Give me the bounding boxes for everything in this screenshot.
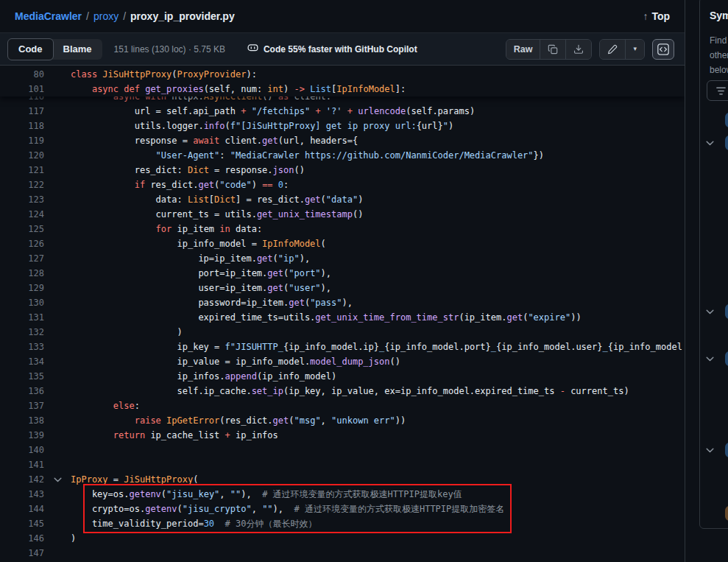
download-raw-button[interactable] (565, 40, 591, 59)
code-line: 80class JiSuHttpProxy(ProxyProvider): (0, 67, 685, 82)
code-text: for ip_item in data: (71, 222, 262, 236)
line-number[interactable]: 146 (0, 533, 44, 544)
symbols-panel-heading: Symbols (710, 10, 728, 21)
code-blame-switch: Code Blame (8, 39, 102, 60)
line-number[interactable]: 132 (0, 327, 44, 337)
file-toolbar: Code Blame 151 lines (130 loc) · 5.75 KB… (0, 32, 685, 66)
line-number[interactable]: 129 (0, 283, 44, 293)
symbol-badge (725, 304, 728, 319)
tab-blame[interactable]: Blame (53, 39, 102, 60)
line-number[interactable]: 144 (0, 504, 44, 514)
line-number[interactable]: 128 (0, 268, 44, 278)
line-number[interactable]: 135 (0, 371, 44, 382)
symbol-tree-item[interactable] (700, 136, 728, 150)
copilot-banner[interactable]: Code 55% faster with GitHub Copilot (247, 42, 417, 56)
collapse-chevron-icon[interactable] (44, 477, 71, 482)
symbol-tree-item[interactable] (700, 506, 728, 521)
chevron-down-icon[interactable] (706, 356, 715, 362)
code-text: ) (71, 325, 183, 340)
line-number[interactable]: 127 (0, 253, 44, 264)
code-line: 101 async def get_proxies(self, num: int… (0, 82, 685, 96)
line-number[interactable]: 137 (0, 401, 44, 411)
code-line: 126 ip_info_model = IpInfoModel( (0, 236, 685, 251)
code-line: 120 "User-Agent": "MediaCrawler https://… (0, 148, 685, 163)
symbols-filter-input[interactable] (707, 80, 728, 101)
code-line: 127 ip=ip_item.get("ip"), (0, 251, 685, 266)
symbol-tree-item[interactable] (700, 351, 728, 366)
symbols-panel-toggle-button[interactable] (652, 39, 674, 60)
raw-button[interactable]: Raw (506, 40, 540, 59)
code-line: 142IpProxy = JiSuHttpProxy( (0, 472, 685, 487)
edit-button-group: ▾ (599, 39, 645, 60)
code-line: 119 response = await client.get(url, hea… (0, 133, 685, 148)
line-number[interactable]: 134 (0, 356, 44, 367)
code-text: "User-Agent": "MediaCrawler https://gith… (71, 148, 544, 163)
symbol-badge (725, 351, 728, 366)
symbols-description-line: Find (710, 33, 728, 48)
symbol-tree-item[interactable] (700, 113, 728, 127)
filter-lines-icon (716, 87, 726, 95)
breadcrumb-folder-link[interactable]: proxy (93, 10, 119, 22)
symbols-panel-description: Findotherbelow (710, 33, 728, 77)
line-number[interactable]: 80 (0, 69, 44, 80)
line-number[interactable]: 139 (0, 430, 44, 440)
chevron-down-icon[interactable] (706, 309, 715, 315)
edit-file-button[interactable] (600, 40, 625, 59)
code-symbols-icon (657, 43, 669, 55)
file-meta-text: 151 lines (130 loc) · 5.75 KB (114, 44, 225, 55)
line-number[interactable]: 125 (0, 224, 44, 234)
copy-icon (548, 44, 558, 55)
line-number[interactable]: 140 (0, 445, 44, 455)
chevron-down-icon[interactable] (706, 141, 715, 146)
line-number[interactable]: 145 (0, 519, 44, 529)
line-number[interactable]: 142 (0, 474, 44, 485)
edit-dropdown-button[interactable]: ▾ (625, 40, 644, 59)
line-number[interactable]: 123 (0, 194, 44, 205)
code-text: key=os.getenv("jisu_key", ""), # 通过环境变量的… (71, 487, 462, 502)
code-text: ) (71, 531, 76, 546)
line-number[interactable]: 133 (0, 342, 44, 352)
code-line: 132 ) (0, 325, 685, 340)
code-line: 133 ip_key = f"JISUHTTP_{ip_info_model.i… (0, 340, 685, 354)
line-number[interactable]: 101 (0, 84, 44, 94)
line-number[interactable]: 117 (0, 106, 44, 116)
symbol-tree-item[interactable] (700, 304, 728, 319)
symbol-badge (725, 113, 728, 127)
code-text: url = self.api_path + "/fetchips" + '?' … (71, 104, 475, 119)
code-text: ip_key = f"JISUHTTP_{ip_info_model.ip}_{… (71, 340, 682, 354)
back-to-top-button[interactable]: ↑ Top (638, 7, 674, 25)
line-number[interactable]: 136 (0, 386, 44, 396)
line-number[interactable]: 120 (0, 150, 44, 161)
breadcrumb-repo-link[interactable]: MediaCrawler (15, 10, 82, 22)
symbol-tree-item[interactable] (700, 443, 728, 457)
code-text: async def get_proxies(self, num: int) ->… (71, 82, 406, 96)
line-number[interactable]: 130 (0, 298, 44, 308)
download-icon (573, 44, 584, 55)
line-number[interactable]: 121 (0, 165, 44, 175)
line-number[interactable]: 141 (0, 460, 44, 470)
line-number[interactable]: 119 (0, 136, 44, 146)
line-number[interactable]: 143 (0, 489, 44, 499)
chevron-down-icon[interactable] (706, 448, 715, 453)
code-line: 146) (0, 531, 685, 546)
line-number[interactable]: 147 (0, 548, 44, 558)
breadcrumb-filename: proxy_ip_provider.py (130, 10, 235, 22)
caret-down-icon: ▾ (633, 46, 637, 52)
code-line: 140 (0, 443, 685, 457)
code-text: self.ip_cache.set_ip(ip_key, ip_value, e… (71, 384, 629, 398)
code-line: 130 password=ip_item.get("pass"), (0, 295, 685, 310)
copy-raw-content-button[interactable] (540, 40, 565, 59)
line-number[interactable]: 126 (0, 239, 44, 249)
back-to-top-label: Top (651, 10, 670, 22)
line-number[interactable]: 138 (0, 415, 44, 426)
breadcrumb-row: MediaCrawler / proxy / proxy_ip_provider… (0, 0, 685, 32)
breadcrumb-separator: / (123, 10, 126, 22)
line-number[interactable]: 131 (0, 312, 44, 323)
line-number[interactable]: 124 (0, 209, 44, 219)
line-number[interactable]: 118 (0, 121, 44, 131)
code-line: 147 (0, 546, 685, 561)
line-number[interactable]: 122 (0, 180, 44, 190)
code-text: password=ip_item.get("pass"), (71, 295, 353, 310)
tab-code[interactable]: Code (7, 38, 54, 60)
code-text: res_dict: Dict = response.json() (71, 163, 305, 178)
